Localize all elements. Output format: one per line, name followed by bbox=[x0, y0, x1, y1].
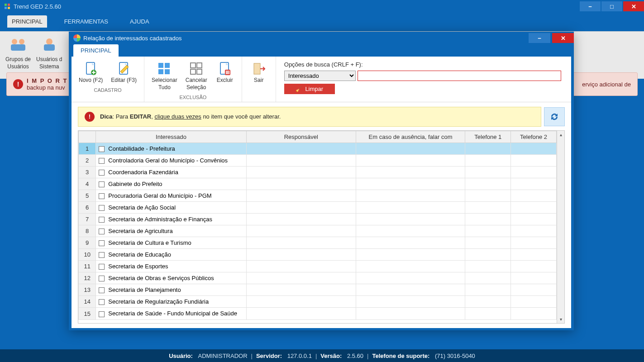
cell-ausencia bbox=[356, 296, 465, 308]
row-number: 5 bbox=[79, 190, 96, 201]
row-checkbox[interactable] bbox=[99, 252, 105, 258]
row-checkbox[interactable] bbox=[99, 181, 105, 187]
row-checkbox[interactable] bbox=[99, 158, 105, 164]
cell-ausencia bbox=[356, 201, 465, 213]
cell-ausencia bbox=[356, 190, 465, 201]
cell-telefone1 bbox=[465, 190, 511, 201]
group-exclusao: EXCLUSÃO bbox=[149, 95, 237, 100]
selecionar-tudo-button[interactable]: Selecionar Tudo bbox=[149, 60, 180, 92]
important-line2: backup na nuv bbox=[27, 84, 75, 91]
tab-ajuda[interactable]: AJUDA bbox=[125, 15, 154, 28]
col-ausencia[interactable]: Em caso de ausência, falar com bbox=[356, 131, 465, 143]
main-menubar: PRINCIPAL FERRAMENTAS AJUDA bbox=[0, 13, 644, 31]
row-checkbox[interactable] bbox=[99, 170, 105, 176]
table-row[interactable]: 13Secretaria de Planejamento bbox=[79, 284, 557, 296]
table-row[interactable]: 6Secretaria de Ação Social bbox=[79, 201, 557, 213]
users-icon[interactable] bbox=[36, 33, 62, 55]
svg-rect-14 bbox=[158, 69, 163, 74]
novo-button[interactable]: Novo (F2) bbox=[76, 60, 105, 85]
ribbon-btn-grupos-l2: Usuários bbox=[5, 63, 31, 70]
main-minimize-button[interactable]: − bbox=[580, 1, 601, 11]
svg-rect-19 bbox=[197, 69, 202, 74]
table-row[interactable]: 1Contabilidade - Prefeitura bbox=[79, 143, 557, 154]
svg-rect-17 bbox=[197, 63, 202, 68]
excluir-button[interactable]: Excluir bbox=[213, 60, 237, 92]
cell-ausencia bbox=[356, 308, 465, 319]
svg-point-4 bbox=[12, 39, 17, 44]
cell-interessado: Secretaria de Saúde - Fundo Municipal de… bbox=[96, 308, 247, 319]
row-checkbox[interactable] bbox=[99, 193, 105, 199]
table-row[interactable]: 10Secretaria de Educação bbox=[79, 249, 557, 261]
grid-scrollbar[interactable]: ▴ ▾ bbox=[557, 131, 564, 323]
svg-point-5 bbox=[19, 39, 24, 44]
dialog-close-button[interactable]: ✕ bbox=[552, 33, 574, 43]
table-row[interactable]: 11Secretaria de Esportes bbox=[79, 261, 557, 272]
cell-telefone2 bbox=[511, 143, 557, 154]
cell-telefone2 bbox=[511, 166, 557, 178]
row-number: 2 bbox=[79, 154, 96, 166]
col-telefone2[interactable]: Telefone 2 bbox=[511, 131, 557, 143]
dialog-minimize-button[interactable]: − bbox=[529, 33, 550, 43]
svg-rect-6 bbox=[11, 44, 25, 51]
table-row[interactable]: 14Secretaria de Regularização Fundiária bbox=[79, 296, 557, 308]
search-input[interactable] bbox=[358, 71, 561, 81]
row-checkbox[interactable] bbox=[99, 229, 105, 234]
dialog-interessados: Relação de interessados cadastrados − ✕ … bbox=[69, 32, 574, 330]
main-maximize-button[interactable]: □ bbox=[601, 1, 622, 11]
row-checkbox[interactable] bbox=[99, 276, 105, 281]
sair-button[interactable]: Sair bbox=[247, 60, 271, 85]
scroll-down-icon[interactable]: ▾ bbox=[557, 315, 564, 323]
main-titlebar: Trend GED 2.5.60 − □ ✕ bbox=[0, 0, 644, 13]
table-row[interactable]: 5Procuradoria Geral do Município - PGM bbox=[79, 190, 557, 201]
row-checkbox[interactable] bbox=[99, 240, 105, 246]
cancelar-selecao-button[interactable]: Cancelar Seleção bbox=[183, 60, 210, 92]
main-close-button[interactable]: ✕ bbox=[623, 1, 644, 11]
row-checkbox[interactable] bbox=[99, 205, 105, 211]
tab-principal[interactable]: PRINCIPAL bbox=[7, 15, 47, 28]
tab-ferramentas[interactable]: FERRAMENTAS bbox=[60, 15, 113, 28]
col-rownum[interactable] bbox=[79, 131, 96, 143]
search-field-select[interactable]: Interessado bbox=[284, 71, 356, 81]
cell-telefone1 bbox=[465, 225, 511, 237]
row-checkbox[interactable] bbox=[99, 287, 105, 293]
dialog-titlebar: Relação de interessados cadastrados − ✕ bbox=[69, 32, 574, 44]
scroll-up-icon[interactable]: ▴ bbox=[557, 131, 564, 138]
col-responsavel[interactable]: Responsável bbox=[246, 131, 356, 143]
cell-responsavel bbox=[246, 296, 356, 308]
table-row[interactable]: 3Coordenadoria Fazendária bbox=[79, 166, 557, 178]
svg-rect-18 bbox=[191, 69, 196, 74]
dialog-title: Relação de interessados cadastrados bbox=[83, 35, 182, 42]
cell-telefone1 bbox=[465, 261, 511, 272]
table-row[interactable]: 4Gabinete do Prefeito bbox=[79, 178, 557, 190]
tip-link[interactable]: clique duas vezes bbox=[154, 113, 201, 120]
svg-rect-16 bbox=[191, 63, 196, 68]
row-checkbox[interactable] bbox=[99, 264, 105, 270]
ribbon-group-acesso: Grupos de Usuários Usuários d Sistema AC… bbox=[0, 33, 67, 77]
table-row[interactable]: 9Secretaria de Cultura e Turismo bbox=[79, 237, 557, 249]
table-row[interactable]: 2Controladoria Geral do Município - Conv… bbox=[79, 154, 557, 166]
row-checkbox[interactable] bbox=[99, 146, 105, 152]
col-telefone1[interactable]: Telefone 1 bbox=[465, 131, 511, 143]
svg-rect-8 bbox=[44, 44, 55, 51]
row-checkbox[interactable] bbox=[99, 311, 105, 317]
cell-responsavel bbox=[246, 213, 356, 225]
editar-button[interactable]: Editar (F3) bbox=[108, 60, 139, 85]
refresh-button[interactable] bbox=[544, 107, 565, 126]
broom-icon: 🧹 bbox=[296, 86, 302, 92]
col-interessado[interactable]: Interessado bbox=[96, 131, 247, 143]
row-number: 3 bbox=[79, 166, 96, 178]
table-row[interactable]: 7Secretaria de Administração e Finanças bbox=[79, 213, 557, 225]
cell-ausencia bbox=[356, 249, 465, 261]
limpar-button[interactable]: 🧹 Limpar bbox=[284, 84, 335, 94]
table-row[interactable]: 12Secretaria de Obras e Serviços Público… bbox=[79, 272, 557, 284]
table-row[interactable]: 8Secretaria de Agricultura bbox=[79, 225, 557, 237]
row-number: 15 bbox=[79, 308, 96, 319]
interessados-table[interactable]: Interessado Responsável Em caso de ausên… bbox=[78, 131, 557, 320]
table-row[interactable]: 15Secretaria de Saúde - Fundo Municipal … bbox=[79, 308, 557, 319]
cell-responsavel bbox=[246, 201, 356, 213]
dialog-tab-principal[interactable]: PRINCIPAL bbox=[73, 44, 119, 57]
row-checkbox[interactable] bbox=[99, 217, 105, 223]
row-checkbox[interactable] bbox=[99, 299, 105, 305]
users-group-icon[interactable] bbox=[5, 33, 31, 55]
row-number: 13 bbox=[79, 284, 96, 296]
